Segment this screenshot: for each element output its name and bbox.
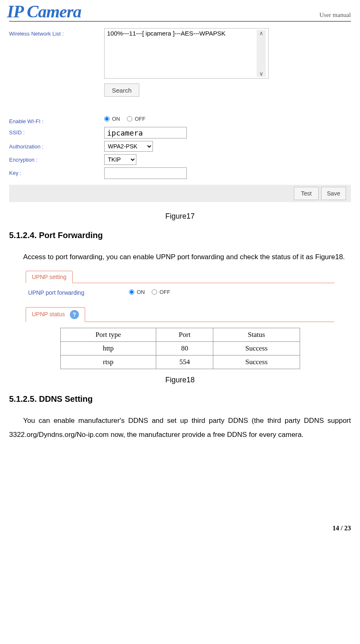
section-5124-body: Access to port forwarding, you can enabl… [9,250,351,264]
wifi-search-button[interactable]: Search [104,83,139,97]
scroll-down-icon[interactable]: ∨ [259,70,263,77]
wifi-list-box[interactable]: 100%---11---[ ipcamera ]---AES---WPAPSK … [104,28,269,79]
table-cell: Success [213,355,300,369]
key-input[interactable] [104,167,187,179]
wifi-footer-bar: Test Save [9,185,351,202]
table-header-porttype: Port type [60,328,156,342]
wifi-on-label: ON [112,116,120,122]
wifi-list-item[interactable]: 100%---11---[ ipcamera ]---AES---WPAPSK [107,30,257,77]
table-cell: 80 [156,342,213,355]
upnp-status-table: Port type Port Status http 80 Success rt… [60,328,300,369]
upnp-status-tab[interactable]: UPNP status ? [26,307,85,322]
authorization-label: Authorization : [9,141,104,150]
figure18-caption: Figure18 [0,376,360,384]
wifi-off-radio[interactable]: OFF [127,116,145,122]
save-button[interactable]: Save [321,187,346,200]
scroll-up-icon[interactable]: ∧ [259,30,263,36]
upnp-on-radio-input[interactable] [129,289,134,295]
table-cell: http [60,342,156,355]
upnp-on-label: ON [137,289,145,295]
table-cell: Success [213,342,300,355]
table-cell: 554 [156,355,213,369]
test-button[interactable]: Test [294,187,319,200]
wifi-off-label: OFF [135,116,145,122]
ssid-label: SSID : [9,127,104,136]
enable-wifi-label: Enable WI-FI : [9,116,104,124]
table-header-port: Port [156,328,213,342]
upnp-on-radio[interactable]: ON [129,289,145,295]
section-5125-heading: 5.1.2.5. DDNS Setting [9,394,351,404]
table-row: rtsp 554 Success [60,355,300,369]
header-right-label: User manual [319,12,351,19]
table-cell: rtsp [60,355,156,369]
upnp-off-radio[interactable]: OFF [152,289,170,295]
figure-wifi-settings: Wireless Network List : 100%---11---[ ip… [9,25,351,205]
wifi-on-radio[interactable]: ON [104,116,120,122]
table-header-row: Port type Port Status [60,328,300,342]
table-header-status: Status [213,328,300,342]
wifi-off-radio-input[interactable] [127,116,132,122]
section-5124-heading: 5.1.2.4. Port Forwarding [9,231,351,240]
key-label: Key : [9,167,104,176]
encryption-select[interactable]: TKIP [104,154,136,165]
wifi-on-radio-input[interactable] [104,116,110,122]
figure-upnp: UPNP setting UPNP port forwarding ON OFF… [26,271,334,369]
logo-text: IP Camera [7,2,81,21]
upnp-setting-tab[interactable]: UPNP setting [26,271,73,283]
ssid-input[interactable] [104,127,187,138]
help-icon[interactable]: ? [70,310,79,319]
figure17-caption: Figure17 [0,212,360,221]
listbox-scrollbar[interactable]: ∧ ∨ [257,30,266,77]
page-header: IP Camera User manual [9,0,351,21]
encryption-label: Encryption : [9,154,104,163]
authorization-select[interactable]: WPA2-PSK [104,141,153,152]
upnp-status-tab-label: UPNP status [32,311,65,317]
upnp-off-label: OFF [160,289,170,295]
page-number: 14 / 23 [333,525,351,532]
section-5125-body: You can enable manufacturer's DDNS and s… [9,414,351,442]
wifi-list-label: Wireless Network List : [9,28,104,37]
upnp-off-radio-input[interactable] [152,289,157,295]
table-row: http 80 Success [60,342,300,355]
upnp-forwarding-label: UPNP port forwarding [26,289,129,296]
